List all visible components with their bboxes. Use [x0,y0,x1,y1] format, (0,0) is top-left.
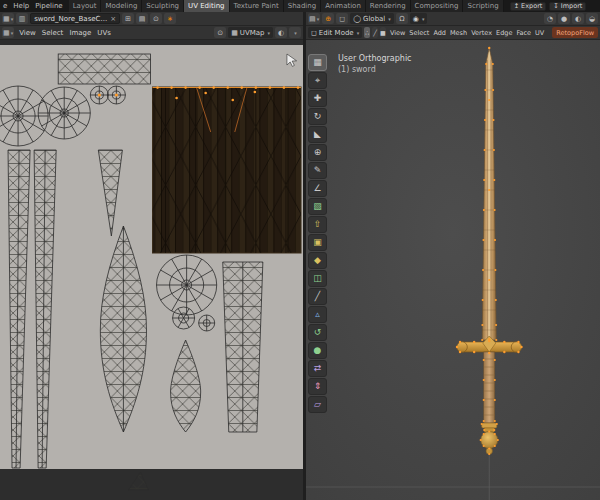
image-browse-icon[interactable]: ▥ [16,13,28,24]
uvmap-pin-icon[interactable]: ⊙ [214,27,226,38]
chevron-down-icon: ▾ [11,30,14,36]
tool-inset-faces[interactable]: ▣ [308,234,327,251]
tool-poly-build[interactable]: ▵ [308,306,327,323]
vp-menu-edge[interactable]: Edge [494,26,514,40]
pin-icon[interactable]: ⊙ [150,13,162,24]
menu-pipeline[interactable]: Pipeline [32,0,65,12]
tool-extrude-region[interactable]: ⇧ [308,216,327,233]
vp-menu-uv[interactable]: UV [533,26,546,40]
tool-scale[interactable]: ◣ [308,126,327,143]
tab-animation[interactable]: Animation [321,0,366,12]
view-name-label: User Orthographic [338,53,412,64]
image-name-field[interactable]: sword_Nore_BaseC... × [30,13,120,24]
tool-rotate[interactable]: ↻ [308,108,327,125]
editor-type-button[interactable]: ▦ ▾ [2,13,14,24]
viewport-pane: ▤ ▾ ⊕ ◻ ◯ Global ▾ Ω ◉ ▾ ◔ ● ◐ [303,12,600,500]
shading-wireframe-button[interactable]: ◔ [544,13,556,24]
viewport-editor-type-icon: ▤ [309,15,316,23]
uv-menu-image[interactable]: Image [66,26,94,40]
tool-transform[interactable]: ⊕ [308,144,327,161]
snap-magnet-icon[interactable]: Ω [396,13,408,24]
uvmap-selector[interactable]: ▦ UVMap ▾ [228,27,273,38]
uv-menu-select[interactable]: Select [39,26,67,40]
mode-options-icon[interactable]: ◻ [336,13,348,24]
vp-menu-view[interactable]: View [388,26,407,40]
pommel-collar [482,423,497,428]
tool-shear[interactable]: ▱ [308,396,327,413]
tool-shrink-fatten[interactable]: ⇕ [308,378,327,395]
tool-edge-slide[interactable]: ⇄ [308,360,327,377]
display-options-button[interactable]: ▾ [289,27,301,38]
tab-scripting[interactable]: Scripting [463,0,503,12]
viewport-canvas[interactable] [306,40,600,500]
mode-selector[interactable]: ◻ Edit Mode ▾ [308,27,362,38]
tool-knife[interactable]: ╱ [308,288,327,305]
tool-move[interactable]: ✚ [308,90,327,107]
shading-solid-button[interactable]: ● [558,13,570,24]
uv-grid-icon: ▦ [3,29,10,37]
viewport-bg[interactable] [306,40,600,500]
export-button[interactable]: ↥ Export [510,2,547,11]
tab-layout[interactable]: Layout [69,0,102,12]
shading-rendered-button[interactable]: ◒ [586,13,598,24]
menu-help[interactable]: Help [10,0,32,12]
tab-uv-editing[interactable]: UV Editing [184,0,230,12]
shading-material-button[interactable]: ◐ [572,13,584,24]
filter-icon[interactable]: ∗ [164,13,176,24]
uv-menubar: ViewSelectImageUVs [16,26,114,40]
retopoflow-button[interactable]: RetopoFlow [552,27,598,38]
uv-menu-uvs[interactable]: UVs [94,26,114,40]
import-button[interactable]: ↧ Import [549,2,586,11]
active-tool-icon[interactable]: ⊕ [322,13,334,24]
vp-header-row2: ◻ Edit Mode ▾ ∴ ╱ ■ ViewSelectAddMeshVer… [306,26,600,40]
orientation-selector[interactable]: ◯ Global ▾ [350,13,394,24]
vp-menu-mesh[interactable]: Mesh [448,26,469,40]
workspace-tabs: LayoutModelingSculptingUV EditingTexture… [69,0,504,12]
tool-smooth[interactable]: ● [308,342,327,359]
edge-select-button[interactable]: ╱ [372,27,378,38]
chevron-down-icon: ▾ [317,16,320,22]
tool-bevel[interactable]: ◆ [308,252,327,269]
chevron-down-icon: ▾ [357,30,360,36]
active-object-label: (1) sword [338,64,412,75]
tab-modeling[interactable]: Modeling [101,0,142,12]
blender-window: eHelpPipeline LayoutModelingSculptingUV … [0,0,600,500]
tool-spin[interactable]: ↺ [308,324,327,341]
new-image-button[interactable]: ⊞ [122,13,134,24]
vp-menu-add[interactable]: Add [431,26,448,40]
uv-editor-icon[interactable]: ▦ ▾ [2,27,14,38]
vertex-select-button[interactable]: ∴ [364,27,370,38]
tab-compositing[interactable]: Compositing [411,0,464,12]
vp-menu-face[interactable]: Face [514,26,533,40]
topbar: eHelpPipeline LayoutModelingSculptingUV … [0,0,600,12]
uv-texture-block[interactable] [153,87,301,253]
tab-sculpting[interactable]: Sculpting [142,0,184,12]
tab-shading[interactable]: Shading [284,0,321,12]
tab-texture-paint[interactable]: Texture Paint [230,0,284,12]
proportional-editing-button[interactable]: ◉ ▾ [410,13,428,24]
tool-annotate[interactable]: ✎ [308,162,327,179]
uvmap-label: UVMap [240,29,265,37]
vp-menu-vertex[interactable]: Vertex [469,26,494,40]
topbar-menus: eHelpPipeline [0,0,66,12]
tool-loop-cut[interactable]: ◫ [308,270,327,287]
open-image-button[interactable]: ▤ [136,13,148,24]
menu-e[interactable]: e [0,0,10,12]
tool-add-cube[interactable]: ▧ [308,198,327,215]
uv-island-truss-top [58,54,150,84]
toolbar-column: ▦⌖✚↻◣⊕✎∠▧⇧▣◆◫╱▵↺●⇄⇕▱ [308,54,329,413]
viewport-editor-type-button[interactable]: ▤ ▾ [308,13,320,24]
uv-menu-view[interactable]: View [16,26,39,40]
proportional-icon: ◉ [413,15,419,23]
vp-menu-select[interactable]: Select [407,26,431,40]
face-select-button[interactable]: ■ [380,27,386,38]
chevron-down-icon: ▾ [267,30,270,36]
unlink-image-icon[interactable]: × [110,15,116,23]
tool-select-box[interactable]: ▦ [308,54,327,71]
display-channels-button[interactable]: ◐ [275,27,287,38]
tool-cursor[interactable]: ⌖ [308,72,327,89]
uv-canvas[interactable] [0,40,303,500]
tool-measure[interactable]: ∠ [308,180,327,197]
tab-rendering[interactable]: Rendering [366,0,411,12]
mode-label: Edit Mode [319,29,354,37]
